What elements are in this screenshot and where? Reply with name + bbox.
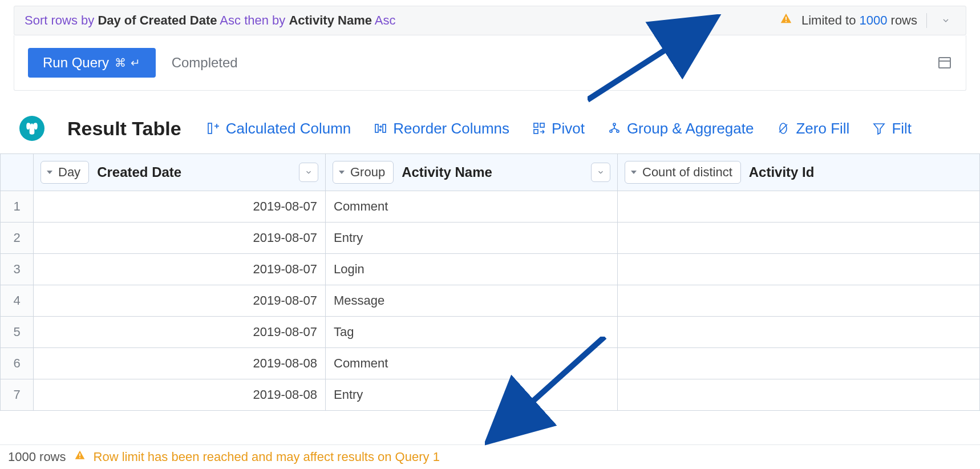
result-table-wrap: Day Created Date Group Activity Name [0, 153, 980, 411]
table-row[interactable]: 52019-08-07Tag [1, 317, 980, 348]
cell-activity-name: Message [326, 285, 618, 317]
cell-activity-id [618, 223, 980, 254]
cell-created-date: 2019-08-07 [34, 285, 326, 317]
reorder-columns-button[interactable]: Reorder Columns [374, 120, 509, 138]
svg-line-14 [611, 128, 614, 130]
window-icon[interactable] [938, 57, 951, 68]
limit-expand-button[interactable] [936, 12, 955, 29]
cell-created-date: 2019-08-07 [34, 317, 326, 348]
limit-prefix: Limited to [801, 13, 860, 27]
table-row[interactable]: 62019-08-08Comment [1, 348, 980, 379]
cell-activity-name: Comment [326, 191, 618, 223]
filter-label: Filt [892, 120, 912, 138]
svg-rect-2 [208, 123, 212, 134]
table-header-row: Day Created Date Group Activity Name [1, 154, 980, 191]
result-section-header: Result Table Calculated Column Reorder C… [0, 91, 980, 153]
cell-activity-id [618, 379, 980, 411]
table-row[interactable]: 72019-08-08Entry [1, 379, 980, 411]
row-number: 4 [1, 285, 34, 317]
column-label: Created Date [97, 164, 181, 180]
sort-field-2: Activity Name [289, 13, 372, 27]
cell-activity-id [618, 254, 980, 285]
cell-activity-name: Login [326, 254, 618, 285]
column-header-activity-name[interactable]: Group Activity Name [326, 154, 618, 191]
svg-line-15 [614, 128, 618, 130]
svg-rect-1 [785, 21, 787, 22]
run-query-button[interactable]: Run Query ⌘ ↵ [28, 48, 156, 78]
calculated-column-label: Calculated Column [226, 120, 351, 138]
sort-description[interactable]: Sort rows by Day of Created Date Asc the… [25, 13, 396, 28]
warning-icon [74, 450, 86, 464]
column-menu-button[interactable] [299, 163, 318, 182]
svg-rect-7 [534, 123, 538, 127]
run-query-label: Run Query [43, 55, 109, 71]
zero-fill-button[interactable]: Zero Fill [776, 120, 849, 138]
reorder-columns-label: Reorder Columns [393, 120, 509, 138]
column-agg-pill[interactable]: Day [41, 161, 89, 184]
filter-button[interactable]: Filt [872, 120, 912, 138]
column-label: Activity Name [402, 164, 492, 180]
pivot-label: Pivot [552, 120, 585, 138]
zero-fill-label: Zero Fill [796, 120, 849, 138]
run-query-shortcut: ⌘ ↵ [115, 56, 141, 70]
row-limit-warning: Row limit has been reached and may affec… [94, 450, 440, 464]
column-header-created-date[interactable]: Day Created Date [34, 154, 326, 191]
limit-text[interactable]: Limited to 1000 rows [801, 13, 917, 28]
row-number: 1 [1, 191, 34, 223]
column-agg-pill[interactable]: Group [333, 161, 394, 184]
svg-rect-18 [79, 454, 80, 456]
cell-created-date: 2019-08-07 [34, 254, 326, 285]
table-row[interactable]: 22019-08-07Entry [1, 223, 980, 254]
result-table: Day Created Date Group Activity Name [0, 154, 980, 411]
table-row[interactable]: 32019-08-07Login [1, 254, 980, 285]
row-number: 3 [1, 254, 34, 285]
column-label: Activity Id [749, 164, 815, 180]
result-table-title: Result Table [67, 118, 181, 140]
svg-rect-19 [79, 457, 80, 458]
limit-count: 1000 [859, 13, 887, 27]
row-number: 7 [1, 379, 34, 411]
limit-suffix: rows [887, 13, 917, 27]
cell-activity-name: Entry [326, 223, 618, 254]
table-row[interactable]: 42019-08-07Message [1, 285, 980, 317]
column-agg-pill[interactable]: Count of distinct [625, 161, 741, 184]
svg-point-11 [610, 130, 612, 132]
table-row[interactable]: 12019-08-07Comment [1, 191, 980, 223]
svg-rect-0 [785, 17, 787, 19]
sort-dir-1: Asc [217, 13, 244, 27]
cell-activity-id [618, 348, 980, 379]
sort-field-1: Day of Created Date [98, 13, 217, 27]
cell-created-date: 2019-08-08 [34, 348, 326, 379]
divider [926, 13, 927, 28]
sort-then: then by [244, 13, 289, 27]
cell-activity-name: Tag [326, 317, 618, 348]
run-query-row: Run Query ⌘ ↵ Completed [14, 35, 966, 91]
group-aggregate-label: Group & Aggregate [627, 120, 754, 138]
cell-activity-id [618, 191, 980, 223]
calculated-column-button[interactable]: Calculated Column [206, 120, 351, 138]
cell-activity-name: Comment [326, 348, 618, 379]
row-number: 5 [1, 317, 34, 348]
sort-dir-2: Asc [372, 13, 396, 27]
cell-created-date: 2019-08-07 [34, 223, 326, 254]
cell-activity-name: Entry [326, 379, 618, 411]
limit-area: Limited to 1000 rows [780, 12, 955, 29]
row-number: 6 [1, 348, 34, 379]
column-header-activity-id[interactable]: Count of distinct Activity Id [618, 154, 980, 191]
svg-rect-6 [383, 124, 386, 132]
row-number: 2 [1, 223, 34, 254]
svg-point-10 [613, 123, 615, 126]
sort-bar: Sort rows by Day of Created Date Asc the… [14, 6, 966, 35]
svg-point-12 [617, 130, 619, 132]
status-bar: 1000 rows Row limit has been reached and… [0, 444, 980, 469]
sort-prefix: Sort rows by [25, 13, 98, 27]
cell-created-date: 2019-08-07 [34, 191, 326, 223]
pivot-button[interactable]: Pivot [532, 120, 585, 138]
column-menu-button[interactable] [591, 163, 610, 182]
cell-activity-id [618, 285, 980, 317]
cell-activity-id [618, 317, 980, 348]
postgres-icon [19, 116, 44, 141]
row-count: 1000 rows [8, 450, 66, 464]
cell-created-date: 2019-08-08 [34, 379, 326, 411]
group-aggregate-button[interactable]: Group & Aggregate [608, 120, 754, 138]
